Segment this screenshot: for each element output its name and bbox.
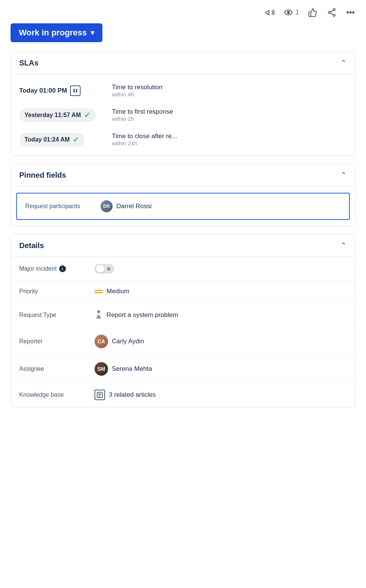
participant-label: Request participants: [25, 203, 101, 210]
sla-name-3: Time to close after re...: [112, 133, 177, 140]
sla-name-1: Time to resolution: [112, 84, 162, 91]
toggle-knob: [96, 265, 104, 273]
svg-point-12: [97, 310, 100, 313]
chevron-down-icon: ▾: [91, 29, 94, 37]
assignee-label-text: Assignee: [19, 366, 44, 372]
reporter-label: Reporter: [19, 338, 95, 345]
slas-section-header[interactable]: SLAs ⌃: [11, 52, 355, 74]
toolbar: 1: [0, 0, 366, 23]
sla-row: Today 01:24 AM ✓ Time to close after re.…: [11, 127, 355, 152]
priority-icon: [95, 290, 103, 293]
svg-point-8: [350, 12, 351, 13]
status-label: Work in progress: [19, 28, 87, 38]
sla-name-2: Time to first response: [112, 108, 173, 116]
assignee-value[interactable]: SM Serena Mehta: [95, 362, 152, 376]
sla-row: Today 01:00 PM Time to resolution within…: [11, 78, 355, 103]
sla-time-badge-1: Today 01:00 PM: [19, 85, 106, 96]
knowledge-base-label: Knowledge base: [19, 391, 95, 398]
megaphone-svg: [265, 8, 274, 17]
detail-row-knowledge-base: Knowledge base 3 related articles: [11, 383, 355, 407]
pinned-fields-collapse-icon[interactable]: ⌃: [340, 171, 347, 180]
avatar-carly: CA: [95, 335, 108, 348]
more-options-icon[interactable]: [346, 8, 355, 17]
priority-label-text: Priority: [19, 288, 38, 295]
sla-badge-bg-3: Today 01:24 AM ✓: [19, 133, 84, 146]
reporter-label-text: Reporter: [19, 338, 43, 345]
svg-line-5: [330, 10, 333, 12]
avatar-darrel: DR: [101, 200, 113, 212]
priority-label: Priority: [19, 288, 95, 295]
svg-point-4: [328, 11, 330, 13]
pinned-fields-section: Pinned fields ⌃ Request participants DR …: [11, 163, 355, 226]
pinned-fields-header[interactable]: Pinned fields ⌃: [11, 164, 355, 186]
request-type-text: Report a system problem: [107, 311, 178, 319]
slas-collapse-icon[interactable]: ⌃: [340, 58, 347, 67]
detail-row-assignee: Assignee SM Serena Mehta: [11, 355, 355, 383]
knowledge-base-text: 3 related articles: [109, 391, 156, 399]
major-incident-label: Major incident i: [19, 265, 95, 272]
participant-value: DR Darrel Rossi: [101, 200, 152, 212]
thumbsup-icon[interactable]: [308, 8, 318, 17]
dots-svg: [346, 8, 355, 17]
assignee-name: Serena Mehta: [112, 365, 152, 373]
share-svg: [327, 8, 337, 17]
eye-svg: [284, 8, 293, 17]
slas-body: Today 01:00 PM Time to resolution within…: [11, 74, 355, 155]
sla-time-2: Yesterday 11:57 AM: [24, 112, 81, 119]
sla-check-icon-3: ✓: [73, 135, 79, 144]
pinned-participant-row[interactable]: Request participants DR Darrel Rossi: [16, 193, 350, 220]
svg-point-2: [333, 9, 335, 11]
detail-row-request-type: Request Type Report a system problem: [11, 302, 355, 328]
sla-row: Yesterday 11:57 AM ✓ Time to first respo…: [11, 103, 355, 127]
assignee-label: Assignee: [19, 366, 95, 372]
svg-point-3: [333, 14, 335, 16]
slas-section: SLAs ⌃ Today 01:00 PM Time to resolution…: [11, 51, 355, 156]
knowledge-base-icon: [95, 390, 105, 400]
details-section: Details ⌃ Major incident i ✕ Priority: [11, 234, 355, 407]
svg-rect-11: [76, 89, 78, 93]
sla-time-3: Today 01:24 AM: [24, 136, 70, 143]
watch-count: 1: [296, 9, 299, 16]
watch-icon-group[interactable]: 1: [284, 8, 299, 17]
reporter-name: Carly Aydin: [112, 338, 144, 345]
reporter-value[interactable]: CA Carly Aydin: [95, 335, 144, 348]
details-collapse-icon[interactable]: ⌃: [340, 241, 347, 250]
sla-sub-1: within 4h: [112, 91, 162, 97]
sla-sub-3: within 24h: [112, 140, 177, 146]
details-body: Major incident i ✕ Priority Medium: [11, 257, 355, 407]
details-section-header[interactable]: Details ⌃: [11, 234, 355, 257]
sla-check-icon-2: ✓: [84, 111, 90, 120]
detail-row-major-incident: Major incident i ✕: [11, 257, 355, 281]
request-type-label-text: Request Type: [19, 312, 56, 318]
share-icon[interactable]: [327, 8, 337, 17]
sla-time-1: Today 01:00 PM: [19, 87, 67, 94]
toggle-x-icon: ✕: [107, 266, 111, 272]
detail-row-reporter: Reporter CA Carly Aydin: [11, 328, 355, 355]
major-incident-toggle[interactable]: ✕: [95, 264, 114, 274]
priority-value[interactable]: Medium: [95, 288, 129, 295]
knowledge-base-value[interactable]: 3 related articles: [95, 390, 156, 400]
status-button[interactable]: Work in progress ▾: [11, 23, 102, 42]
svg-point-7: [347, 12, 348, 13]
major-incident-label-text: Major incident: [19, 265, 57, 272]
sla-info-3: Time to close after re... within 24h: [112, 133, 177, 146]
sla-sub-2: within 2h: [112, 116, 173, 122]
details-title: Details: [19, 241, 44, 250]
request-type-label: Request Type: [19, 312, 95, 318]
sla-time-badge-3: Today 01:24 AM ✓: [19, 133, 106, 146]
pinned-fields-title: Pinned fields: [19, 171, 66, 180]
svg-line-6: [330, 13, 333, 15]
sla-info-2: Time to first response within 2h: [112, 108, 173, 122]
avatar-serena: SM: [95, 362, 108, 376]
sla-info-1: Time to resolution within 4h: [112, 84, 162, 97]
slas-title: SLAs: [19, 59, 38, 67]
megaphone-icon[interactable]: [265, 8, 274, 17]
sla-time-badge-2: Yesterday 11:57 AM ✓: [19, 108, 106, 122]
svg-rect-10: [73, 89, 75, 93]
pinned-fields-body: Request participants DR Darrel Rossi: [11, 186, 355, 226]
detail-row-priority: Priority Medium: [11, 281, 355, 302]
thumbsup-svg: [308, 8, 318, 17]
svg-point-9: [353, 12, 354, 13]
knowledge-base-label-text: Knowledge base: [19, 391, 64, 398]
info-icon[interactable]: i: [59, 265, 66, 272]
